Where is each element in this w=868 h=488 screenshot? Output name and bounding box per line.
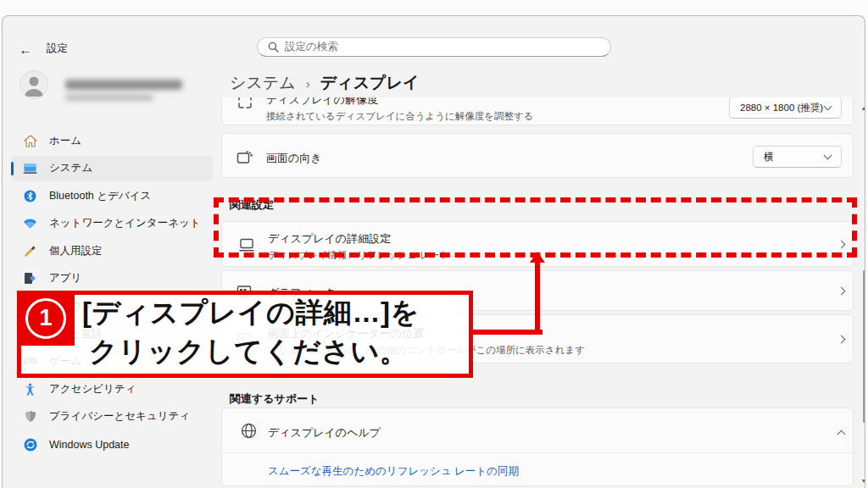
back-button[interactable]: ← (14, 40, 36, 58)
user-name-blurred (65, 80, 182, 90)
annotation-arrowhead-icon (530, 252, 545, 263)
sidebar-item-windows-update[interactable]: Windows Update (11, 432, 213, 458)
bluetooth-icon (23, 189, 37, 203)
help-card: ディスプレイのヘルプ スムーズな再生のためのリフレッシュ レートの同期 (221, 408, 854, 486)
row-subtitle: 接続されているディスプレイに合うように解像度を調整する (266, 110, 534, 123)
breadcrumb: システム › ディスプレイ (230, 72, 419, 94)
related-settings-header: 関連設定 (230, 197, 274, 213)
help-globe-icon (239, 421, 258, 440)
sidebar-item-personalization[interactable]: 個人用設定 (11, 238, 213, 263)
personalization-icon (23, 244, 37, 258)
refresh-rate-sync-link[interactable]: スムーズな再生のためのリフレッシュ レートの同期 (268, 464, 519, 479)
step-number: 1 (25, 298, 66, 339)
back-arrow-icon: ← (19, 42, 32, 57)
orientation-icon (236, 147, 254, 166)
sidebar-item-bluetooth-devices[interactable]: Bluetooth とデバイス (11, 183, 213, 208)
settings-window: ← 設定 設定の検索 ホーム システム Bluetooth とデバイス ネットワ… (2, 15, 865, 488)
orientation-dropdown[interactable]: 横 (753, 146, 842, 168)
help-row-title[interactable]: ディスプレイのヘルプ (268, 425, 381, 441)
network-icon (23, 216, 37, 230)
search-placeholder: 設定の検索 (285, 40, 338, 54)
page-title: ディスプレイ (320, 72, 420, 94)
chevron-right-icon (837, 336, 846, 344)
system-icon (23, 161, 37, 175)
row-title: ディスプレイの解像度 (266, 97, 534, 108)
chevron-right-icon (837, 287, 846, 296)
scroll-up-icon[interactable]: ▲ (860, 103, 865, 112)
resolution-icon (236, 97, 254, 111)
row-subtitle: ディスプレイ情報、リフレッシュ レート (268, 249, 449, 262)
related-support-header: 関連するサポート (230, 391, 320, 407)
annotation-connector-horizontal (470, 330, 542, 335)
display-resolution-row[interactable]: ディスプレイの解像度 接続されているディスプレイに合うように解像度を調整する 2… (221, 97, 854, 125)
apps-icon (23, 271, 37, 286)
divider (222, 452, 853, 453)
row-title: ディスプレイの詳細設定 (268, 231, 449, 247)
chevron-down-icon (824, 103, 832, 111)
annotation-text: [ディスプレイの詳細…]を クリックしてください。 (82, 293, 472, 371)
sidebar-item-network-internet[interactable]: ネットワークとインターネット (11, 211, 213, 236)
home-icon (23, 134, 37, 148)
orientation-value: 横 (764, 150, 774, 164)
app-title: 設定 (47, 42, 68, 56)
sidebar-item-privacy-security[interactable]: プライバシーとセキュリティ (11, 404, 213, 430)
sidebar-item-accessibility[interactable]: アクセシビリティ (11, 376, 213, 402)
shield-icon (23, 409, 37, 424)
chevron-up-icon[interactable] (837, 430, 846, 439)
annotation-line-2: クリックしてください。 (89, 332, 472, 371)
resolution-value: 2880 × 1800 (推奨) (740, 102, 823, 114)
windows-update-icon (23, 437, 37, 452)
search-icon (268, 42, 279, 53)
sidebar-item-apps[interactable]: アプリ (11, 266, 213, 291)
annotation-callout: 1 [ディスプレイの詳細…]を クリックしてください。 (17, 291, 473, 378)
breadcrumb-separator-icon: › (306, 76, 310, 91)
annotation-line-1: [ディスプレイの詳細…]を (82, 293, 472, 332)
accessibility-icon (23, 382, 37, 396)
step-number-badge: 1 (17, 291, 75, 346)
resolution-dropdown[interactable]: 2880 × 1800 (推奨) (729, 97, 842, 119)
annotation-connector-vertical (535, 261, 540, 335)
orientation-row[interactable]: 画面の向き 横 (221, 133, 854, 178)
avatar[interactable] (19, 70, 48, 99)
row-title: 画面の向き (266, 151, 322, 166)
advanced-display-icon (237, 236, 256, 254)
sidebar-item-home[interactable]: ホーム (11, 128, 213, 153)
sidebar-item-system[interactable]: システム (11, 156, 213, 181)
breadcrumb-parent[interactable]: システム (230, 72, 296, 94)
user-email-blurred (65, 94, 153, 101)
search-input[interactable]: 設定の検索 (257, 37, 611, 57)
scrollbar-thumb[interactable] (863, 270, 865, 423)
chevron-right-icon (837, 241, 846, 249)
scroll-down-icon[interactable]: ▼ (860, 476, 865, 485)
chevron-down-icon (824, 152, 832, 160)
